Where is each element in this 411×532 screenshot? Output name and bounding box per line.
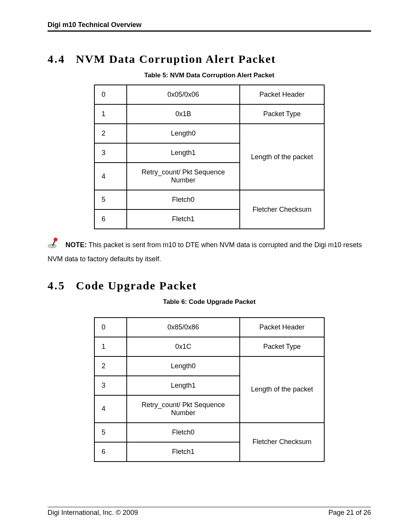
cell-field: Length0 — [127, 356, 240, 376]
page: Digi m10 Technical Overview 4.4 NVM Data… — [0, 0, 411, 532]
table5-caption: Table 5: NVM Data Corruption Alert Packe… — [48, 72, 371, 79]
table-row: 2 Length0 Length of the packet — [94, 124, 324, 143]
cell-idx: 5 — [94, 190, 127, 209]
table-row: 5 Fletch0 Fletcher Checksum — [94, 423, 324, 442]
cell-idx: 1 — [94, 337, 127, 356]
cell-field: Length0 — [127, 124, 240, 143]
cell-idx: 2 — [94, 356, 127, 376]
table-row: 0 0x85/0x86 Packet Header — [94, 318, 324, 337]
cell-desc: Fletcher Checksum — [240, 190, 324, 229]
table5: 0 0x05/0x06 Packet Header 1 0x1B Packet … — [94, 85, 325, 229]
cell-desc: Fletcher Checksum — [240, 423, 324, 462]
cell-desc: Packet Type — [240, 337, 324, 356]
cell-idx: 4 — [94, 163, 127, 190]
cell-field: Length1 — [127, 376, 240, 395]
cell-field: Retry_count/ Pkt Sequence Number — [127, 163, 240, 190]
cell-field: Length1 — [127, 143, 240, 163]
cell-idx: 3 — [94, 376, 127, 395]
cell-field: 0x05/0x06 — [127, 85, 240, 104]
cell-field: Fletch0 — [127, 190, 240, 209]
cell-field: Fletch1 — [127, 442, 240, 462]
svg-point-0 — [48, 244, 56, 248]
section-45-title: Code Upgrade Packet — [76, 279, 197, 292]
cell-idx: 4 — [94, 395, 127, 423]
page-footer: Digi International, Inc. © 2009 Page 21 … — [48, 507, 371, 517]
section-44-title: NVM Data Corruption Alert Packet — [76, 53, 276, 66]
cell-desc: Length of the packet — [240, 124, 324, 190]
svg-point-1 — [54, 238, 57, 241]
table6: 0 0x85/0x86 Packet Header 1 0x1C Packet … — [94, 317, 325, 462]
cell-idx: 5 — [94, 423, 127, 442]
cell-idx: 1 — [94, 104, 127, 124]
footer-right: Page 21 of 26 — [328, 509, 371, 517]
cell-idx: 6 — [94, 442, 127, 462]
cell-field: Fletch0 — [127, 423, 240, 442]
cell-field: 0x1C — [127, 337, 240, 356]
note-block: NOTE: This packet is sent from m10 to DT… — [48, 238, 371, 265]
cell-desc: Length of the packet — [240, 356, 324, 423]
cell-field: Fletch1 — [127, 209, 240, 229]
cell-idx: 0 — [94, 85, 127, 104]
section-44-heading: 4.4 NVM Data Corruption Alert Packet — [48, 53, 371, 66]
table-row: 1 0x1B Packet Type — [94, 104, 324, 124]
page-header: Digi m10 Technical Overview — [48, 21, 371, 32]
cell-desc: Packet Header — [240, 85, 324, 104]
cell-idx: 0 — [94, 318, 127, 337]
section-44-number: 4.4 — [48, 53, 65, 66]
table6-caption: Table 6: Code Upgrade Packet — [48, 298, 371, 306]
cell-field: 0x85/0x86 — [127, 318, 240, 337]
cell-desc: Packet Type — [240, 104, 324, 124]
section-45-number: 4.5 — [48, 279, 65, 292]
table-row: 2 Length0 Length of the packet — [94, 356, 324, 376]
section-45-heading: 4.5 Code Upgrade Packet — [48, 279, 371, 292]
cell-idx: 6 — [94, 209, 127, 229]
cell-idx: 3 — [94, 143, 127, 163]
pushpin-icon — [48, 238, 61, 253]
footer-left: Digi International, Inc. © 2009 — [48, 509, 138, 517]
cell-field: 0x1B — [127, 104, 240, 124]
table-row: 1 0x1C Packet Type — [94, 337, 324, 356]
table-row: 0 0x05/0x06 Packet Header — [94, 85, 324, 104]
cell-desc: Packet Header — [240, 318, 324, 337]
cell-idx: 2 — [94, 124, 127, 143]
table-row: 5 Fletch0 Fletcher Checksum — [94, 190, 324, 209]
note-text: This packet is sent from m10 to DTE when… — [48, 241, 362, 263]
note-label: NOTE: — [65, 241, 87, 249]
cell-field: Retry_count/ Pkt Sequence Number — [127, 395, 240, 423]
